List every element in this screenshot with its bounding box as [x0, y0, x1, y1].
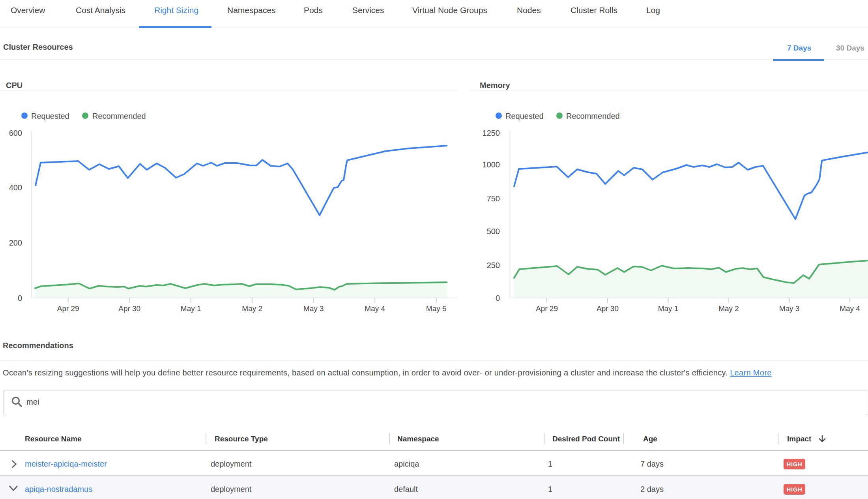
svg-text:Apr 29: Apr 29 [536, 304, 558, 313]
svg-text:0: 0 [18, 294, 22, 302]
svg-text:400: 400 [9, 183, 22, 192]
svg-text:May 4: May 4 [840, 304, 860, 313]
svg-text:Apr 30: Apr 30 [597, 304, 619, 313]
svg-text:1250: 1250 [483, 129, 500, 137]
svg-text:0: 0 [496, 294, 500, 302]
svg-text:Apr 29: Apr 29 [57, 304, 79, 313]
svg-text:750: 750 [487, 194, 500, 203]
svg-text:May 2: May 2 [242, 304, 262, 313]
svg-text:May 4: May 4 [365, 304, 385, 313]
svg-text:May 3: May 3 [779, 304, 800, 313]
svg-text:May 5: May 5 [426, 304, 447, 313]
svg-text:1000: 1000 [483, 160, 500, 169]
svg-text:May 1: May 1 [181, 304, 201, 313]
svg-text:600: 600 [9, 129, 22, 137]
svg-text:200: 200 [9, 238, 22, 247]
svg-text:May 2: May 2 [718, 304, 739, 313]
svg-text:May 3: May 3 [303, 304, 324, 313]
svg-text:500: 500 [487, 227, 500, 236]
svg-text:250: 250 [487, 261, 500, 270]
svg-text:Apr 30: Apr 30 [118, 304, 140, 313]
svg-text:May 1: May 1 [658, 304, 679, 313]
